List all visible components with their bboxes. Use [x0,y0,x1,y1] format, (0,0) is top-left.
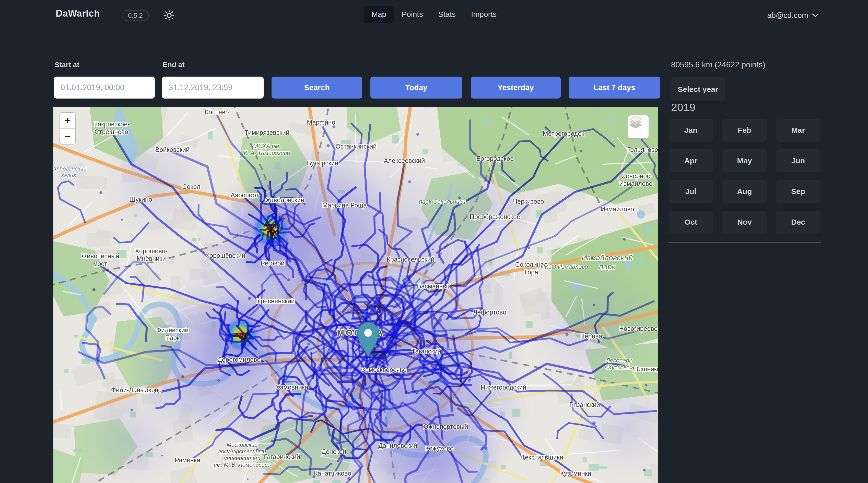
map-place-label: Фили-Давыдково [111,386,162,393]
map-place-label: Красносельский [386,256,434,263]
map-place-label: Богородское [476,155,514,162]
end-at-label: End at [163,61,185,69]
map-place-label: Останкинский [336,143,377,150]
map-place-label: Гольяново [627,146,658,153]
tab-stats[interactable]: Stats [431,6,463,23]
map-place-label: Канатчиково [314,470,351,477]
map-place-label: ПКиО Измайлово [540,263,588,270]
map-place-label: Покровское-Стрешнево [93,121,129,135]
month-button-apr[interactable]: Apr [669,149,713,172]
map-place-label: Преображенское [470,213,520,220]
map-place-label: Гагаринский [264,453,300,460]
month-button-aug[interactable]: Aug [722,180,767,203]
select-year-button[interactable]: Select year [671,77,725,101]
map-place-label: Щукино [129,196,152,203]
search-button[interactable]: Search [272,76,362,99]
month-button-feb[interactable]: Feb [722,119,767,142]
month-button-jul[interactable]: Jul [669,180,713,203]
theme-toggle-sun-icon[interactable] [162,9,176,22]
month-button-may[interactable]: May [722,149,767,172]
map-place-label: Таганский [411,348,441,355]
map-place-label: Измайлово [601,205,634,213]
start-at-label: Start at [55,61,79,69]
month-button-sep[interactable]: Sep [776,180,820,203]
zoom-out-button[interactable]: − [60,129,75,144]
map-place-label: Хамовники [276,384,308,391]
map[interactable]: Покровское-СтрешневоВойковскийКоптевоТим… [53,107,658,483]
map-place-label: Беговой [260,260,285,267]
map-place-label: Перово [580,333,602,340]
map-place-label: Лесопарк«Кусково» [605,357,633,371]
month-button-jun[interactable]: Jun [776,149,820,172]
sidebar-divider [669,243,821,243]
version-badge: 0.5.2 [122,10,149,21]
map-place-label: Вешняки [634,365,658,373]
map-place-label: Дорогомилово [218,356,260,363]
map-place-label: Кузьминки [560,470,591,477]
distance-points-stats: 80595.6 km (24622 points) [671,60,765,69]
map-place-label: Нижегородский [481,384,526,391]
layers-icon [628,116,643,131]
map-place-label: Пресненский [256,297,294,304]
today-button[interactable]: Today [370,76,462,99]
last-7-days-button[interactable]: Last 7 days [569,76,660,99]
map-layers-control[interactable] [628,115,649,139]
user-menu[interactable]: ab@cd.com [767,8,819,23]
map-canvas[interactable]: Покровское-СтрешневоВойковскийКоптевоТим… [53,107,658,483]
end-at-input[interactable] [162,76,264,99]
map-place-label: Замоскворечье [361,366,406,373]
map-place-label: Бутырский [307,160,338,167]
map-place-label: Войковский [155,146,190,153]
map-place-label: Хорошёвский [206,252,245,259]
map-place-label: Рязанский [569,401,600,408]
yesterday-button[interactable]: Yesterday [471,76,561,99]
map-place-label: Сокол [182,183,200,190]
start-at-input[interactable] [54,76,155,99]
month-button-jan[interactable]: Jan [669,119,713,142]
map-place-label: Кожухово [425,445,454,452]
month-button-nov[interactable]: Nov [722,211,767,234]
tab-imports[interactable]: Imports [463,6,504,23]
month-button-dec[interactable]: Dec [776,211,820,234]
map-place-label: Алексеевский [384,157,425,164]
sun-icon [163,9,175,21]
app-logo[interactable]: DaWarIch [56,8,100,19]
map-place-label: Новогиреево [619,325,658,332]
map-place-label: Коптево [205,108,229,116]
map-place-label: парк Сокольники [419,198,465,205]
map-place-label: Тимирязевский [244,129,289,136]
map-place-label: СеверноеИзмайлово [619,172,652,187]
map-place-label: Хорошёво-Мнёвники [135,247,167,262]
zoom-in-button[interactable]: + [60,113,75,129]
month-button-mar[interactable]: Mar [776,119,820,142]
map-place-label: Марьина Роща [322,202,367,209]
map-place-label: Южнопортовый [422,423,468,430]
month-grid: JanFebMarAprMayJunJulAugSepOctNovDec [669,119,821,234]
map-place-label: Лефортово [473,309,506,316]
year-heading: 2019 [671,101,695,114]
map-place-label: Савёловский [266,196,305,203]
map-place-label: Донской [321,448,346,455]
chevron-down-icon [812,13,819,18]
user-email: ab@cd.com [767,11,808,20]
tab-points[interactable]: Points [394,6,430,23]
map-zoom-control: + − [60,112,76,144]
map-place-label: Басманный [417,283,451,290]
map-place-label: Раменки [175,456,200,463]
map-place-label: Аэропорт [231,191,259,199]
map-place-label: Марфино [307,119,335,126]
tab-map[interactable]: Map [364,6,394,23]
map-place-label: Даниловский [378,442,417,449]
map-place-label: Черкизово [513,198,544,205]
map-place-label: Текстильщики [521,454,563,461]
main-nav: MapPointsStatsImports [364,6,504,23]
month-button-oct[interactable]: Oct [669,211,713,234]
map-place-label: Метрогородок [543,130,585,137]
